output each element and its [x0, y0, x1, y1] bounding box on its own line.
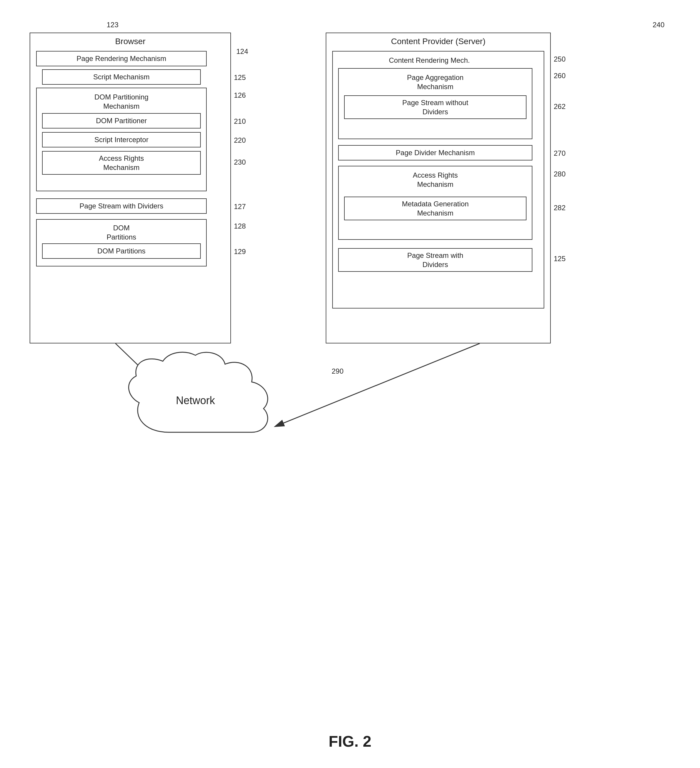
browser-title: Browser	[30, 37, 231, 46]
ref-126: 126	[234, 91, 246, 99]
access-rights-browser-label: Access RightsMechanism	[96, 152, 146, 173]
page-stream-dividers-server-label: Page Stream withDividers	[405, 250, 466, 270]
browser-outer-box: Browser 124 Page Rendering Mechanism Scr…	[30, 32, 231, 344]
ref-128: 128	[234, 222, 246, 230]
script-interceptor-box: Script Interceptor	[42, 132, 201, 147]
page-divider-label: Page Divider Mechanism	[394, 147, 477, 158]
dom-partitions-inner: DOM Partitions	[42, 243, 201, 259]
ref-280: 280	[554, 170, 565, 178]
script-mechanism-label: Script Mechanism	[91, 71, 152, 83]
ref-220: 220	[234, 136, 246, 144]
dom-partitions-outer: DOMPartitions	[36, 219, 207, 266]
ref-282: 282	[554, 204, 565, 212]
script-interceptor-label: Script Interceptor	[92, 134, 151, 146]
ref-262: 262	[554, 102, 565, 111]
ref-124: 124	[236, 47, 248, 56]
metadata-gen-label: Metadata GenerationMechanism	[399, 198, 471, 219]
ref-127: 127	[234, 203, 246, 211]
page-stream-dividers-browser: Page Stream with Dividers	[36, 198, 207, 214]
content-rendering-label: Content Rendering Mech.	[333, 54, 526, 66]
page-rendering-box: Page Rendering Mechanism	[36, 51, 207, 66]
server-title: Content Provider (Server)	[326, 37, 550, 46]
access-rights-browser-box: Access RightsMechanism	[42, 151, 201, 175]
ref-129: 129	[234, 248, 246, 256]
access-rights-server-title: Access RightsMechanism	[339, 170, 532, 190]
ref-125b: 125	[554, 254, 565, 263]
ref-250: 250	[554, 55, 565, 63]
ref-210: 210	[234, 117, 246, 126]
page-stream-dividers-browser-label: Page Stream with Dividers	[77, 200, 166, 212]
metadata-gen-box: Metadata GenerationMechanism	[344, 197, 527, 220]
ref-260: 260	[554, 72, 565, 80]
dom-partitioner-label: DOM Partitioner	[94, 115, 149, 126]
script-mechanism-box: Script Mechanism	[42, 69, 201, 85]
ref-123: 123	[107, 21, 119, 29]
ref-230: 230	[234, 158, 246, 166]
diagram-container: 123 Browser 124 Page Rendering Mechanism…	[12, 18, 688, 709]
dom-partitioner-box: DOM Partitioner	[42, 113, 201, 128]
page-stream-no-dividers-box: Page Stream withoutDividers	[344, 95, 527, 119]
page-divider-box: Page Divider Mechanism	[338, 145, 532, 160]
dom-partitions-inner-label: DOM Partitions	[95, 245, 148, 257]
ref-290: 290	[332, 367, 343, 375]
ref-270: 270	[554, 149, 565, 157]
ref-125: 125	[234, 74, 246, 82]
page-rendering-label: Page Rendering Mechanism	[74, 53, 169, 64]
page-stream-dividers-server: Page Stream withDividers	[338, 248, 532, 272]
page-aggregation-title: Page AggregationMechanism	[339, 72, 532, 92]
server-outer-box: Content Provider (Server) Content Render…	[326, 32, 551, 344]
dom-partitions-title: DOMPartitions	[37, 222, 206, 243]
page-stream-no-dividers-label: Page Stream withoutDividers	[400, 97, 471, 118]
network-label: Network	[176, 394, 215, 406]
network-cloud: Network	[115, 349, 323, 462]
dom-partitioning-title: DOM PartitioningMechanism	[37, 91, 206, 112]
ref-240: 240	[653, 21, 665, 29]
figure-label: FIG. 2	[0, 733, 700, 750]
